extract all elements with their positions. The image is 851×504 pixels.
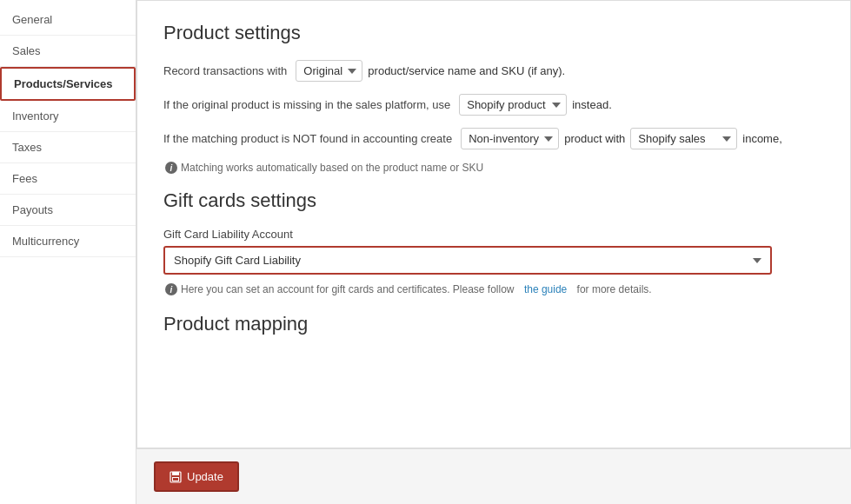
product-settings-title: Product settings [163, 22, 824, 44]
liability-label: Gift Card Liability Account [163, 228, 824, 241]
main-content: Product settings Record transactions wit… [136, 0, 851, 448]
record-transactions-row: Record transactions with Original Curren… [163, 60, 824, 82]
gift-card-info-text: Here you can set an account for gift car… [181, 283, 515, 295]
svg-rect-3 [173, 478, 178, 481]
sidebar-item-inventory[interactable]: Inventory [0, 101, 136, 132]
not-found-select[interactable]: Non-inventory Service Product [461, 128, 559, 149]
missing-product-select[interactable]: Shopify product Custom product [459, 94, 567, 116]
gift-card-info-row: i Here you can set an account for gift c… [165, 283, 824, 295]
sidebar-item-payouts[interactable]: Payouts [0, 195, 136, 226]
not-found-income-select[interactable]: Shopify sales Custom income [630, 128, 737, 149]
missing-product-row: If the original product is missing in th… [163, 94, 824, 116]
update-button[interactable]: Update [154, 461, 239, 492]
not-found-row: If the matching product is NOT found in … [163, 128, 824, 149]
gift-card-info-suffix: for more details. [577, 283, 652, 295]
sidebar-item-general[interactable]: General [0, 4, 136, 36]
gift-card-select-wrapper: Shopify Gift Card Liability Custom Accou… [163, 246, 772, 275]
record-transactions-suffix: product/service name and SKU (if any). [368, 64, 565, 77]
gift-card-liability-select[interactable]: Shopify Gift Card Liability Custom Accou… [165, 248, 770, 273]
update-button-label: Update [187, 470, 223, 483]
sidebar-item-taxes[interactable]: Taxes [0, 132, 136, 163]
sidebar-item-sales[interactable]: Sales [0, 36, 136, 67]
svg-rect-1 [172, 472, 179, 475]
sidebar: General Sales Products/Services Inventor… [0, 0, 136, 504]
missing-product-label: If the original product is missing in th… [163, 98, 450, 111]
gift-card-info-icon: i [165, 283, 177, 295]
not-found-label: If the matching product is NOT found in … [163, 132, 452, 145]
record-transactions-select[interactable]: Original Current Custom [296, 60, 362, 82]
matching-info-row: i Matching works automatically based on … [165, 162, 824, 174]
bottom-bar: Update [136, 448, 851, 504]
save-icon [170, 471, 182, 483]
sidebar-item-multicurrency[interactable]: Multicurrency [0, 226, 136, 257]
guide-link[interactable]: the guide [524, 283, 567, 295]
missing-product-suffix: instead. [572, 98, 612, 111]
sidebar-item-products-services[interactable]: Products/Services [0, 67, 136, 101]
matching-info-text: Matching works automatically based on th… [181, 162, 483, 174]
record-transactions-label: Record transactions with [163, 64, 287, 77]
not-found-suffix: income, [742, 132, 782, 145]
not-found-middle: product with [564, 132, 625, 145]
product-mapping-title: Product mapping [163, 313, 824, 335]
sidebar-item-fees[interactable]: Fees [0, 163, 136, 195]
info-icon: i [165, 162, 177, 174]
gift-cards-title: Gift cards settings [163, 189, 824, 212]
